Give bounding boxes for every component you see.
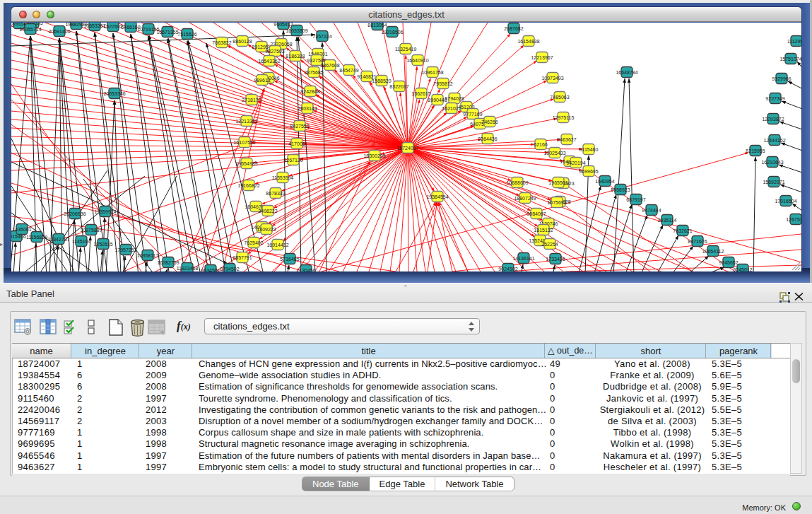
svg-text:17957253: 17957253 xyxy=(114,247,136,252)
svg-text:9329966: 9329966 xyxy=(772,76,791,81)
svg-text:9605412: 9605412 xyxy=(273,23,293,27)
svg-text:62160: 62160 xyxy=(534,142,548,147)
svg-text:19654985: 19654985 xyxy=(235,161,257,166)
svg-text:9024502: 9024502 xyxy=(498,267,517,271)
svg-text:18300295: 18300295 xyxy=(363,153,385,158)
svg-text:19384554: 19384554 xyxy=(426,194,448,199)
svg-text:10958117: 10958117 xyxy=(137,253,159,258)
svg-text:10653267: 10653267 xyxy=(83,23,105,28)
svg-text:1250515: 1250515 xyxy=(93,242,112,247)
svg-text:16640910: 16640910 xyxy=(406,58,428,63)
svg-text:18724007: 18724007 xyxy=(396,146,418,151)
svg-text:2687682: 2687682 xyxy=(504,26,523,31)
svg-text:8322037: 8322037 xyxy=(389,84,408,89)
svg-text:12975115: 12975115 xyxy=(553,115,575,120)
svg-text:7632621: 7632621 xyxy=(673,228,692,233)
svg-text:16914412: 16914412 xyxy=(266,243,288,247)
svg-text:1588520: 1588520 xyxy=(372,78,391,83)
svg-text:3875685: 3875685 xyxy=(304,70,323,75)
svg-text:11156829: 11156829 xyxy=(26,235,47,240)
svg-text:9115460: 9115460 xyxy=(579,147,599,152)
svg-text:16648784: 16648784 xyxy=(616,70,637,75)
svg-text:2867608: 2867608 xyxy=(320,63,339,68)
svg-text:10654112: 10654112 xyxy=(702,249,724,254)
svg-text:8471676: 8471676 xyxy=(688,239,707,244)
svg-text:10973493: 10973493 xyxy=(541,76,563,81)
svg-text:17016504: 17016504 xyxy=(775,199,796,204)
svg-text:8215955: 8215955 xyxy=(746,148,765,153)
svg-text:20691406: 20691406 xyxy=(48,29,70,34)
svg-text:14055714: 14055714 xyxy=(19,27,41,32)
svg-text:19166822: 19166822 xyxy=(237,183,259,188)
svg-text:7357224: 7357224 xyxy=(312,34,331,39)
svg-text:17359924: 17359924 xyxy=(94,209,116,214)
svg-text:8186328: 8186328 xyxy=(286,54,305,59)
svg-text:2364436: 2364436 xyxy=(478,136,497,141)
svg-text:7485063: 7485063 xyxy=(550,95,569,100)
svg-text:1075692: 1075692 xyxy=(547,200,566,205)
svg-text:1112954: 1112954 xyxy=(787,39,801,44)
svg-text:12444152: 12444152 xyxy=(763,138,785,143)
svg-text:16033809: 16033809 xyxy=(286,28,307,33)
svg-text:11923468: 11923468 xyxy=(177,266,199,271)
svg-text:1965501: 1965501 xyxy=(548,180,567,185)
svg-text:11325419: 11325419 xyxy=(395,47,417,52)
svg-text:30975887: 30975887 xyxy=(80,228,102,233)
svg-text:9474444: 9474444 xyxy=(642,208,661,213)
svg-text:16210643: 16210643 xyxy=(761,160,783,165)
svg-text:20053346: 20053346 xyxy=(103,91,125,96)
svg-text:5716485: 5716485 xyxy=(280,257,299,262)
svg-text:19218506: 19218506 xyxy=(381,30,403,35)
svg-text:2935114: 2935114 xyxy=(658,218,677,223)
svg-text:12213382: 12213382 xyxy=(235,119,257,124)
svg-text:8794502: 8794502 xyxy=(220,267,239,271)
svg-text:8678333: 8678333 xyxy=(266,191,285,196)
svg-text:1733426: 1733426 xyxy=(546,257,565,262)
svg-text:9245652: 9245652 xyxy=(719,260,738,265)
svg-text:8813054: 8813054 xyxy=(367,23,387,28)
svg-text:417006: 417006 xyxy=(288,141,305,146)
svg-text:989613: 989613 xyxy=(254,78,270,83)
svg-text:7663822: 7663822 xyxy=(212,40,231,45)
svg-text:1409223: 1409223 xyxy=(257,227,276,232)
svg-text:1145194: 1145194 xyxy=(72,239,91,244)
svg-text:16782759: 16782759 xyxy=(157,260,179,265)
svg-text:252254: 252254 xyxy=(541,242,558,247)
svg-text:1435061: 1435061 xyxy=(12,227,31,232)
svg-text:7625402: 7625402 xyxy=(244,240,263,245)
svg-text:18807249: 18807249 xyxy=(514,196,536,201)
svg-text:2718170: 2718170 xyxy=(242,98,261,103)
svg-text:7130456: 7130456 xyxy=(296,268,315,272)
svg-text:9634501: 9634501 xyxy=(201,268,220,272)
svg-text:15692971: 15692971 xyxy=(763,180,784,185)
svg-text:8427552: 8427552 xyxy=(290,124,309,129)
svg-text:9245012: 9245012 xyxy=(733,267,752,272)
svg-text:16107552: 16107552 xyxy=(233,140,255,145)
svg-text:8454749: 8454749 xyxy=(339,68,358,73)
svg-text:16543362: 16543362 xyxy=(258,59,280,64)
svg-text:10025433: 10025433 xyxy=(543,151,565,156)
svg-text:9327508: 9327508 xyxy=(307,58,326,63)
svg-text:746266: 746266 xyxy=(481,119,498,124)
svg-text:1267531: 1267531 xyxy=(786,217,801,222)
svg-text:12342737: 12342737 xyxy=(47,237,69,242)
svg-text:10688609: 10688609 xyxy=(506,180,528,185)
svg-text:11353594: 11353594 xyxy=(272,175,294,180)
svg-text:8958923: 8958923 xyxy=(611,187,630,192)
svg-text:2803144: 2803144 xyxy=(298,106,317,111)
svg-text:9420194: 9420194 xyxy=(566,160,585,165)
svg-text:7955812: 7955812 xyxy=(433,81,452,86)
svg-text:9857791: 9857791 xyxy=(233,255,252,260)
svg-text:14136141: 14136141 xyxy=(512,256,534,261)
svg-text:6794028: 6794028 xyxy=(445,96,464,101)
svg-text:1640954: 1640954 xyxy=(595,179,614,184)
svg-text:3498222: 3498222 xyxy=(258,209,277,214)
svg-text:12213967: 12213967 xyxy=(531,55,553,60)
svg-text:1815132: 1815132 xyxy=(534,228,553,233)
svg-text:16671355: 16671355 xyxy=(156,30,178,35)
svg-text:1362615: 1362615 xyxy=(411,91,430,96)
svg-text:9699695: 9699695 xyxy=(579,169,598,174)
svg-text:20206536: 20206536 xyxy=(64,211,86,216)
svg-text:10961758: 10961758 xyxy=(421,70,443,75)
svg-text:12093872: 12093872 xyxy=(762,117,784,122)
